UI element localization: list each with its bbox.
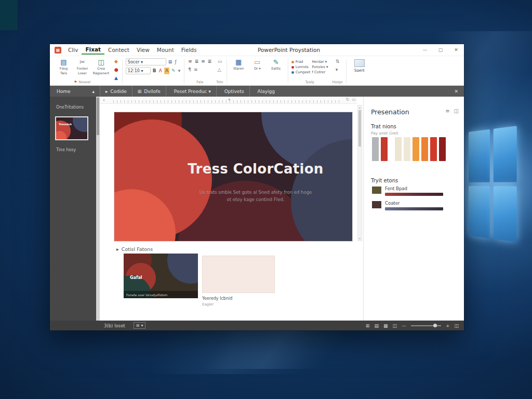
- theme-item[interactable]: Coater: [372, 201, 443, 210]
- pencil-icon: ✎: [273, 58, 279, 66]
- tab-outline[interactable]: ▸ Codide: [100, 86, 132, 97]
- menu-fields[interactable]: Fields: [178, 46, 201, 54]
- line-spacing-icon[interactable]: ≡: [193, 66, 198, 73]
- tab-options[interactable]: Optivets: [216, 86, 249, 97]
- minimize-button[interactable]: —: [417, 44, 433, 56]
- scissors-icon: ✂: [79, 58, 85, 66]
- format-button[interactable]: f Cotrer: [312, 70, 328, 74]
- color-swatch[interactable]: [413, 137, 419, 161]
- menu-icon[interactable]: ≡: [445, 108, 449, 114]
- footer-button[interactable]: Fonsles ▾: [312, 65, 328, 69]
- status-layout-button[interactable]: ⊞ ▾: [134, 322, 146, 329]
- arrange-button[interactable]: ▦ Staren: [230, 58, 247, 71]
- slide-title[interactable]: Tress ColorCation: [114, 161, 352, 177]
- layout-icon[interactable]: ◫: [454, 108, 459, 114]
- rectangle-shape-icon[interactable]: ▭: [217, 58, 223, 65]
- refresh-icon[interactable]: ↻: [346, 97, 350, 102]
- back-arrow-icon[interactable]: ‹: [103, 97, 105, 103]
- zoom-slider-handle[interactable]: [433, 324, 437, 327]
- slide-subtitle[interactable]: Ue trats smble Set gote al Sned afety fr…: [114, 189, 352, 203]
- insert-shape-icon: [354, 59, 365, 67]
- copy-button[interactable]: ◫ Crea Ragssnert: [92, 58, 110, 75]
- zoom-out-button[interactable]: —: [402, 323, 406, 328]
- slide-sorter-icon[interactable]: ▤: [374, 323, 379, 328]
- highlight-button[interactable]: A: [164, 68, 169, 74]
- close-button[interactable]: ✕: [448, 44, 464, 56]
- color-swatch[interactable]: [404, 137, 410, 161]
- expand-arrow-icon[interactable]: ▸: [116, 246, 119, 252]
- align-left-icon[interactable]: ≡: [188, 58, 193, 65]
- effects-button[interactable]: ✎ Eattis: [268, 58, 285, 71]
- ruler-marker-icon[interactable]: ▾: [229, 98, 231, 102]
- shape-fill-button[interactable]: ▭ Or ▾: [249, 58, 266, 71]
- chevron-down-icon[interactable]: ▾: [335, 66, 340, 73]
- scrollbar-thumb[interactable]: [97, 98, 99, 135]
- zoom-in-button[interactable]: +: [446, 323, 450, 328]
- align-center-icon[interactable]: ≣: [194, 58, 200, 65]
- font-name-select[interactable]: Socer ▾: [126, 58, 166, 65]
- find-button[interactable]: Frad: [291, 60, 311, 64]
- windows-logo: [456, 124, 532, 246]
- slideshow-icon[interactable]: ◫: [392, 323, 397, 328]
- menu-view[interactable]: View: [133, 46, 153, 54]
- color-swatch[interactable]: [395, 137, 402, 161]
- color-swatch[interactable]: [439, 137, 446, 161]
- font-size-select[interactable]: 12:10 ▾: [126, 67, 151, 74]
- color-swatch[interactable]: [421, 137, 428, 161]
- menu-layout[interactable]: Mount: [153, 46, 178, 54]
- select-button[interactable]: Cungeet: [291, 70, 311, 74]
- align-right-icon[interactable]: ≡: [201, 58, 206, 65]
- color-swatch[interactable]: [430, 137, 437, 161]
- slide-thumbnail[interactable]: Tressduh: [55, 116, 88, 140]
- replace-button[interactable]: Lonrots: [291, 65, 311, 69]
- tab-align[interactable]: Alayigg: [249, 86, 280, 97]
- color-swatch[interactable]: [372, 137, 379, 161]
- group-caption: Noaoat: [78, 80, 90, 84]
- ribbon-group-shapes: ▭ △ Tote: [214, 57, 225, 85]
- scroll-down-icon[interactable]: ▾: [358, 237, 362, 240]
- cut-button[interactable]: ✂ Footen Loser: [74, 58, 91, 75]
- font-color-button[interactable]: A: [158, 68, 163, 74]
- chevron-down-icon[interactable]: ▾: [178, 68, 181, 74]
- vertical-scrollbar[interactable]: ▴ ▾: [357, 105, 362, 241]
- close-pane-button[interactable]: ✕: [448, 89, 464, 94]
- scrollbar-thumb[interactable]: [358, 110, 361, 147]
- tab-slides[interactable]: ⊞ Dvilofe: [132, 86, 166, 97]
- scroll-up-icon[interactable]: ▴: [358, 106, 362, 109]
- insert-shape-button[interactable]: Soert: [348, 57, 371, 85]
- function-icon[interactable]: ƒ: [174, 59, 177, 65]
- triangle-shape-icon[interactable]: △: [217, 66, 223, 73]
- menu-home[interactable]: Fixat: [82, 45, 104, 55]
- justify-icon[interactable]: ≣: [207, 58, 212, 65]
- bold-button[interactable]: B: [152, 68, 157, 74]
- play-icon: ▸: [105, 89, 108, 94]
- menu-insert[interactable]: Contect: [104, 46, 133, 54]
- shape-accent-icon[interactable]: ▲: [114, 75, 119, 82]
- paste-button[interactable]: ▤ Fdog Twis: [55, 58, 72, 75]
- section-header[interactable]: ▸ Cotisl Fatons: [116, 246, 153, 252]
- slide-preview[interactable]: Tress ColorCation Ue trats smble Set got…: [114, 112, 352, 241]
- zoom-slider[interactable]: [411, 325, 441, 326]
- normal-view-icon[interactable]: ⊞: [366, 323, 370, 328]
- chevron-up-icon[interactable]: ▴: [92, 89, 95, 94]
- sort-icon[interactable]: ⇅: [335, 58, 340, 65]
- tab-preset[interactable]: Peset Preeduc ▾: [166, 86, 216, 97]
- header-button[interactable]: Herdar ▾: [312, 60, 328, 64]
- shape-accent-icon[interactable]: ●: [114, 66, 119, 73]
- edit-pen-icon[interactable]: ✎: [171, 68, 176, 74]
- paragraph-mark-icon[interactable]: ¶: [188, 66, 192, 73]
- color-swatch[interactable]: [381, 137, 388, 161]
- menu-file[interactable]: Cliv: [64, 46, 82, 54]
- variant-thumbnail-2[interactable]: [202, 256, 275, 293]
- windows-logo-pane: [469, 186, 489, 239]
- theme-item[interactable]: Fent Bpad: [372, 186, 443, 196]
- fit-to-window-icon[interactable]: ◫: [454, 323, 459, 328]
- variant-thumbnail-1[interactable]: Gafal Fonete aser lorvatjalfotom: [124, 254, 198, 298]
- page-icon[interactable]: ▭: [352, 97, 356, 102]
- reading-view-icon[interactable]: ▦: [383, 323, 388, 328]
- shape-accent-icon[interactable]: ◆: [114, 58, 119, 65]
- sidebar-scrollbar[interactable]: [96, 97, 100, 321]
- maximize-button[interactable]: ▢: [433, 44, 448, 56]
- panel-header-home[interactable]: Home ▴: [50, 86, 100, 97]
- table-icon[interactable]: ⊞: [168, 59, 173, 65]
